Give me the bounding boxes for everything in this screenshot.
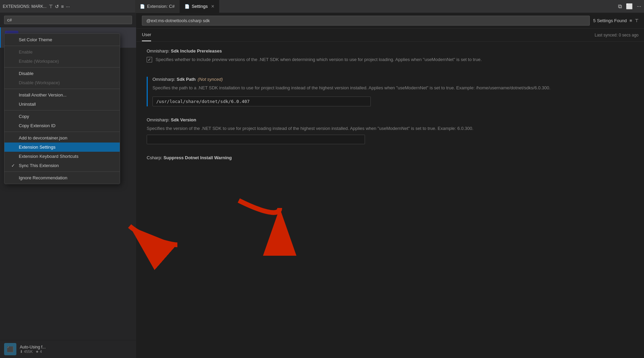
setting-checkbox-row: ✓ Specifies whether to include preview v… [147,56,634,66]
setting-title-sdk-path: Omnisharp: Sdk Path(Not synced) [152,77,634,82]
menu-separator-4 [4,110,120,110]
setting-not-synced-label: (Not synced) [197,77,223,82]
setting-desc-sdk-prereleases: Specifies whether to include preview ver… [156,56,482,63]
setting-desc-sdk-path: Specifies the path to a .NET SDK install… [152,85,634,91]
setting-title-sdk-prereleases: Omnisharp: Sdk Include Prereleases [147,48,634,54]
setting-title-bold-4: Suppress Dotnet Install Warning [163,155,232,160]
menu-label-disable: Disable [19,71,33,76]
extensions-title: EXTENSIONS: MARK... [3,4,47,9]
settings-panel: 5 Settings Found ≡ ⊤ User Last synced: 0… [136,13,644,358]
list-icon[interactable]: ≡ [61,4,64,9]
tab-user-label: User [142,32,151,37]
tabs-area: 📄 Extension: C# 📄 Settings × [135,0,615,13]
setting-title-suppress-dotnet: Csharp: Suppress Dotnet Install Warning [147,155,634,160]
more-actions-icon[interactable]: ··· [637,3,641,10]
menu-label-enable-workspace: Enable (Workspace) [19,59,59,64]
settings-list-icon[interactable]: ≡ [629,18,632,23]
sidebar-header: EXTENSIONS: MARK... ⊤ ↺ ≡ ··· [3,4,132,9]
menu-label-copy-extension-id: Copy Extension ID [19,123,56,128]
setting-title-prefix-4: Csharp: [147,155,163,160]
menu-item-ignore-recommendation[interactable]: Ignore Recommendation [4,173,120,182]
settings-found-badge: 5 Settings Found ≡ ⊤ [593,18,639,23]
extension-item-auto-using[interactable]: ⬛ Auto-Using f... ⬇ 455K ★ 4 [0,340,136,358]
settings-content: Omnisharp: Sdk Include Prereleases ✓ Spe… [136,42,644,358]
split-editor-icon[interactable]: ⬜ [626,3,633,10]
tab-settings[interactable]: 📄 Settings × [180,0,219,13]
menu-item-install-another-version[interactable]: Install Another Version... [4,90,120,100]
menu-label-add-to-devcontainer: Add to devcontainer.json [19,135,67,140]
settings-found-count: 5 Settings Found [593,18,627,23]
ext-downloads-auto-using: ⬇ 455K [20,349,33,354]
refresh-icon[interactable]: ↺ [55,4,59,9]
menu-item-extension-settings[interactable]: Extension Settings [4,143,120,152]
setting-title-prefix-2: Omnisharp: [152,77,177,82]
menu-label-disable-workspace: Disable (Workspace) [19,80,60,85]
setting-desc-sdk-version: Specifies the version of the .NET SDK to… [147,125,634,132]
menu-item-enable[interactable]: Enable [4,47,120,57]
setting-title-bold-2: Sdk Path [177,77,196,82]
menu-item-enable-workspace[interactable]: Enable (Workspace) [4,57,120,66]
menu-separator-5 [4,132,120,132]
menu-separator-1 [4,46,120,46]
sidebar: C# C# C# for Visual Studio Code ... Set … [0,13,136,358]
menu-separator-2 [4,67,120,68]
sidebar-search-input[interactable] [4,16,132,24]
setting-omnisharp-sdk-version: Omnisharp: Sdk Version Specifies the ver… [147,117,634,144]
ext-name-auto-using: Auto-Using f... [20,345,46,349]
setting-title-bold-1: Sdk Include Prereleases [171,48,222,54]
tab-close-button[interactable]: × [211,3,214,10]
ext-icon-auto-using: ⬛ [4,343,16,355]
title-bar-actions: ⧉ ⬜ ··· [618,3,641,10]
menu-item-disable[interactable]: Disable [4,69,120,78]
setting-input-sdk-path[interactable] [152,96,371,106]
setting-csharp-suppress-dotnet: Csharp: Suppress Dotnet Install Warning [147,155,634,160]
menu-item-copy-extension-id[interactable]: Copy Extension ID [4,121,120,130]
tab-file-icon-settings: 📄 [185,4,190,9]
setting-title-prefix-1: Omnisharp: [147,48,171,54]
menu-label-extension-keyboard-shortcuts: Extension Keyboard Shortcuts [19,154,78,159]
tab-settings-label: Settings [192,4,208,9]
setting-title-prefix-3: Omnisharp: [147,117,171,122]
sidebar-search-bar [0,13,136,27]
setting-title-sdk-version: Omnisharp: Sdk Version [147,117,634,122]
settings-last-sync: Last synced: 0 secs ago [595,33,639,38]
menu-label-ignore-recommendation: Ignore Recommendation [19,175,67,180]
menu-label-enable: Enable [19,49,32,55]
menu-item-uninstall[interactable]: Uninstall [4,100,120,109]
menu-label-copy: Copy [19,114,29,119]
menu-item-add-to-devcontainer[interactable]: Add to devcontainer.json [4,133,120,143]
tab-user[interactable]: User [142,29,151,41]
tab-file-icon: 📄 [140,4,145,9]
setting-title-bold-3: Sdk Version [171,117,196,122]
menu-label-uninstall: Uninstall [19,102,36,107]
setting-omnisharp-sdk-path: Omnisharp: Sdk Path(Not synced) Specifie… [147,77,634,107]
menu-label-install-another-version: Install Another Version... [19,92,67,98]
settings-search-bar: 5 Settings Found ≡ ⊤ [136,13,644,29]
menu-separator-6 [4,171,120,172]
setting-input-sdk-version-empty[interactable] [147,135,365,144]
tab-extension-csharp[interactable]: 📄 Extension: C# [135,0,180,13]
tab-extension-label: Extension: C# [147,4,175,9]
menu-separator-3 [4,89,120,89]
context-menu: Set Color Theme Enable Enable (Workspace… [4,33,120,184]
copy-icon[interactable]: ⧉ [618,3,622,10]
menu-label-sync-this-extension: Sync This Extension [19,163,59,168]
settings-filter-icon[interactable]: ⊤ [635,18,639,23]
more-icon[interactable]: ··· [66,4,70,9]
settings-tabs: User Last synced: 0 secs ago [136,29,644,42]
setting-checkbox-sdk-prereleases[interactable]: ✓ [147,57,152,62]
title-bar: EXTENSIONS: MARK... ⊤ ↺ ≡ ··· 📄 Extensio… [0,0,644,13]
menu-label-extension-settings: Extension Settings [19,145,56,150]
menu-item-disable-workspace[interactable]: Disable (Workspace) [4,78,120,87]
menu-item-sync-this-extension[interactable]: ✓ Sync This Extension [4,161,120,170]
menu-item-set-color-theme[interactable]: Set Color Theme [4,35,120,44]
ext-info-auto-using: Auto-Using f... ⬇ 455K ★ 4 [20,345,46,354]
menu-item-copy[interactable]: Copy [4,112,120,121]
filter-icon[interactable]: ⊤ [49,4,53,9]
settings-search-input[interactable] [142,16,590,26]
menu-item-extension-keyboard-shortcuts[interactable]: Extension Keyboard Shortcuts [4,152,120,161]
setting-omnisharp-sdk-include-prereleases: Omnisharp: Sdk Include Prereleases ✓ Spe… [147,48,634,66]
main-layout: C# C# C# for Visual Studio Code ... Set … [0,13,644,358]
ext-stars-auto-using: ★ 4 [35,349,42,354]
menu-label-set-color-theme: Set Color Theme [19,37,52,42]
